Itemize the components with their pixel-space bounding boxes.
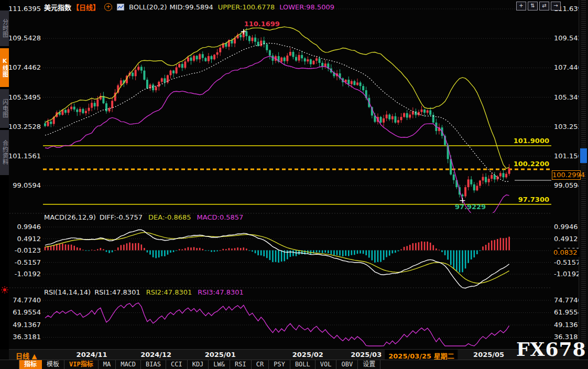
boll-upper-value: UPPER:100.6778: [218, 3, 275, 11]
price-axis-label: 99.0594: [8, 181, 41, 190]
toolbar-tab-VOL[interactable]: VOL: [315, 360, 337, 369]
boll-lower-value: LOWER:98.5009: [279, 3, 334, 11]
rsi3-value: RSI3:47.8301: [198, 288, 244, 297]
toolbar-tab-模板[interactable]: 模板: [42, 360, 64, 369]
svg-text:101.9000: 101.9000: [514, 137, 549, 145]
indicator-toolbar: 指标模板VIP指标MAMACDBIASCCIKDJLW&RSICRPSYBOLL…: [0, 360, 588, 369]
last-price-readout: 100.2994: [552, 170, 581, 180]
toolbar-tab-PSY[interactable]: PSY: [269, 360, 290, 369]
macd-axis-label: -1.0192: [554, 270, 579, 278]
toolbar-tab-BOLL[interactable]: BOLL: [290, 360, 315, 369]
symbol-name: 美元指数: [44, 2, 71, 12]
price-axis-label: 109.5428: [554, 34, 579, 42]
price-chart-canvas[interactable]: 110.169997.9229101.9000100.220097.7300: [0, 0, 588, 369]
toolbar-tab-OBV[interactable]: OBV: [336, 360, 358, 369]
toolbar-tab-CCI[interactable]: CCI: [166, 360, 188, 369]
macd-diff-value: DIFF:-0.5757: [100, 213, 143, 222]
rsi1-value: RSI1:47.8301: [94, 288, 140, 297]
toolbar-tab-RSI[interactable]: RSI: [230, 360, 252, 369]
add-indicator-icon[interactable]: +: [104, 3, 112, 11]
macd-axis-label: -0.5157: [8, 258, 41, 267]
time-axis: 日线 ▲ 2025/03/25 星期二 2024/112024/122025/0…: [9, 349, 579, 360]
boll-params: BOLL(20,2): [129, 3, 167, 11]
price-axis-label: 109.5428: [8, 34, 41, 42]
price-axis-label: 103.2528: [8, 123, 41, 131]
price-axis-label: 101.1561: [8, 152, 41, 160]
price-axis-label: 105.3495: [8, 93, 41, 102]
crosshair-icon[interactable]: +: [516, 2, 526, 10]
macd-panel-header: MACD(26,12,9) DIFF:-0.5757 DEA:-0.8685 M…: [44, 213, 243, 222]
month-label: 2025/02: [292, 351, 323, 359]
toolbar-tab-MACD[interactable]: MACD: [116, 360, 141, 369]
macd-dea-value: DEA:-0.8685: [148, 213, 191, 222]
rsi-axis-label: 61.9554: [554, 308, 579, 317]
rsi-axis-label: 61.9554: [8, 308, 41, 317]
toolbar-tab-BIAS[interactable]: BIAS: [141, 360, 166, 369]
macd-axis-label: -0.5157: [554, 258, 579, 267]
svg-text:100.2200: 100.2200: [514, 160, 549, 168]
toolbar-tab-LW&[interactable]: LW&: [209, 360, 230, 369]
toolbar-tab-设置[interactable]: 设置: [358, 360, 380, 369]
macd-axis-label: 0.9946: [554, 223, 579, 231]
price-axis-label: 111.6395: [8, 5, 41, 13]
price-axis-label: 107.4462: [8, 63, 41, 72]
toolbar-tab-指标[interactable]: 指标: [19, 360, 42, 369]
macd-hist-value: MACD:0.5857: [197, 213, 244, 222]
svg-text:97.7300: 97.7300: [518, 196, 549, 203]
toolbar-tab-VIP指标[interactable]: VIP指标: [64, 360, 99, 369]
chart-control-buttons: +⇅⇄→: [516, 2, 561, 10]
price-axis-label: 105.3495: [554, 93, 579, 102]
price-axis-label: 101.1561: [554, 152, 579, 160]
svg-text:110.1699: 110.1699: [244, 20, 280, 28]
sidebar-tab-1[interactable]: 分时图: [0, 10, 9, 46]
macd-axis-label: 0.4912: [554, 235, 579, 243]
toolbar-tab-CR[interactable]: CR: [252, 360, 269, 369]
macd-cursor-readout: 0.0832: [553, 248, 580, 257]
rsi-axis-label: 49.1367: [8, 321, 41, 329]
month-label: 2024/11: [77, 351, 107, 359]
boll-mid-value: MID:99.5894: [170, 3, 213, 11]
indicator-chart-icon: [117, 4, 124, 10]
live-record-icon: [1, 286, 8, 294]
month-label: 2025/01: [205, 351, 236, 359]
rsi-title: RSI(14,14,14): [44, 288, 91, 297]
time-zoom-icon[interactable]: ⇄: [539, 2, 549, 10]
price-axis-label: 99.0594: [554, 181, 579, 190]
axis-zoom-icon[interactable]: ⇅: [528, 2, 538, 10]
chart-application-window: 110.169997.9229101.9000100.220097.7300 分…: [0, 0, 588, 369]
sidebar-tab-2[interactable]: K线图: [0, 48, 9, 87]
period-tag: 【日线】: [72, 2, 100, 12]
svg-text:97.9229: 97.9229: [455, 203, 486, 211]
price-axis-label: 107.4462: [554, 63, 579, 72]
toolbar-tab-KDJ[interactable]: KDJ: [188, 360, 209, 369]
month-label: 2024/12: [140, 351, 171, 359]
rsi-axis-label: 74.7740: [8, 296, 41, 305]
fx678-watermark: FX678: [516, 338, 586, 360]
sidebar-tab-4[interactable]: 合约资料: [0, 130, 9, 175]
month-label: 2025/03: [351, 351, 382, 359]
macd-axis-label: -1.0192: [8, 270, 41, 278]
macd-axis-label: 0.4912: [8, 235, 41, 243]
left-price-axis: 111.6395109.5428107.4462105.3495103.2528…: [8, 0, 41, 349]
month-label: 2025/05: [473, 351, 504, 359]
scrollbar-thumb[interactable]: [580, 148, 587, 163]
macd-axis-label: 0.9946: [8, 223, 41, 231]
macd-title: MACD(26,12,9): [44, 213, 96, 222]
sidebar-tab-3[interactable]: 闪电图: [0, 89, 9, 128]
chart-header: 美元指数 【日线】 + BOLL(20,2) MID:99.5894 UPPER…: [44, 2, 334, 12]
toolbar-tab-MA[interactable]: MA: [99, 360, 116, 369]
macd-axis-label: -0.0123: [8, 246, 41, 255]
rsi2-value: RSI2:47.8301: [146, 288, 192, 297]
jump-latest-icon[interactable]: →: [551, 2, 561, 10]
rsi-axis-label: 49.1367: [554, 321, 579, 329]
left-chart-type-sidebar: 分时图K线图闪电图合约资料: [0, 0, 9, 349]
price-axis-label: 103.2528: [554, 123, 579, 131]
rsi-axis-label: 74.7740: [554, 296, 579, 305]
rsi-axis-label: 36.3181: [8, 333, 41, 341]
rsi-panel-header: RSI(14,14,14) RSI1:47.8301 RSI2:47.8301 …: [44, 288, 244, 297]
